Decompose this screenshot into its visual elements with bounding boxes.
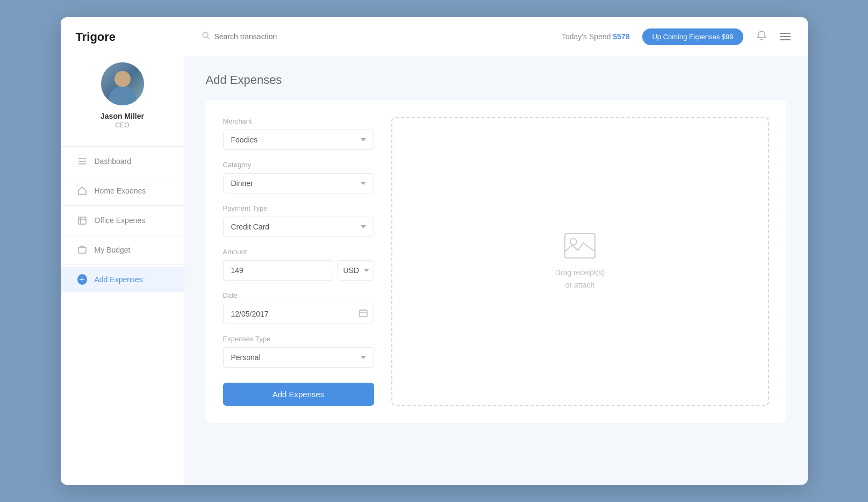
category-select[interactable]: Dinner Lunch Breakfast Travel xyxy=(223,173,374,193)
svg-rect-13 xyxy=(565,233,595,258)
user-title: CEO xyxy=(115,121,129,129)
payment-type-label: Payment Type xyxy=(223,204,374,212)
hamburger-menu-icon[interactable] xyxy=(780,33,791,40)
expenses-type-select[interactable]: Personal Business xyxy=(223,347,374,368)
header-right: Today's Spend $578 Up Coming Expenses $9… xyxy=(562,28,790,45)
svg-line-8 xyxy=(207,37,210,39)
amount-input[interactable] xyxy=(223,260,333,281)
todays-spend-label: Today's Spend $578 xyxy=(562,32,629,41)
search-icon xyxy=(202,31,210,42)
sidebar-item-home-label: Home Expenes xyxy=(95,187,146,195)
todays-spend-amount: $578 xyxy=(613,32,629,41)
expenses-type-group: Expenses Type Personal Business xyxy=(223,335,374,368)
svg-point-7 xyxy=(203,32,208,38)
list-icon xyxy=(77,156,87,166)
amount-row: USD EUR GBP xyxy=(223,260,374,281)
date-label: Date xyxy=(223,291,374,299)
sidebar-item-budget-label: My Budget xyxy=(95,246,131,254)
amount-group: Amount USD EUR GBP xyxy=(223,248,374,281)
sidebar-item-add-label: Add Expenses xyxy=(95,275,143,284)
merchant-group: Merchant Foodies Starbucks Amazon xyxy=(223,117,374,150)
merchant-select[interactable]: Foodies Starbucks Amazon xyxy=(223,130,374,150)
sidebar-nav: Dashboard Home Expenes xyxy=(61,149,184,485)
drop-zone-text: Drag receipt(s) or attach xyxy=(555,267,605,291)
category-group: Category Dinner Lunch Breakfast Travel xyxy=(223,161,374,193)
currency-select[interactable]: USD EUR GBP xyxy=(338,260,374,281)
expenses-type-label: Expenses Type xyxy=(223,335,374,343)
sidebar-item-home-expenses[interactable]: Home Expenes xyxy=(61,178,184,203)
sidebar-item-office-label: Office Expenes xyxy=(95,216,146,225)
bell-icon[interactable] xyxy=(756,30,767,44)
search-input[interactable] xyxy=(214,32,333,41)
image-placeholder-icon xyxy=(564,232,596,259)
category-label: Category xyxy=(223,161,374,169)
payment-type-group: Payment Type Credit Card Cash Debit Card… xyxy=(223,204,374,237)
sidebar-item-dashboard[interactable]: Dashboard xyxy=(61,149,184,174)
sidebar-item-dashboard-label: Dashboard xyxy=(95,157,132,166)
app-logo: Trigore xyxy=(61,30,184,57)
main-area: Today's Spend $578 Up Coming Expenses $9… xyxy=(184,17,808,485)
receipt-drop-zone[interactable]: Drag receipt(s) or attach xyxy=(391,117,769,406)
avatar xyxy=(101,62,144,105)
upcoming-expenses-button[interactable]: Up Coming Expenses $99 xyxy=(642,28,743,45)
home-icon xyxy=(77,186,87,196)
sidebar: Trigore Jason Miller CEO Dashboard xyxy=(61,17,184,485)
content-area: Add Expenses Merchant Foodies Starbucks … xyxy=(184,56,808,485)
form-left: Merchant Foodies Starbucks Amazon Catego… xyxy=(223,117,374,406)
add-expenses-button[interactable]: Add Expenses xyxy=(223,383,374,406)
page-title: Add Expenses xyxy=(206,73,786,87)
payment-type-select[interactable]: Credit Card Cash Debit Card Bank Transfe… xyxy=(223,217,374,237)
user-name: Jason Miller xyxy=(101,112,144,120)
sidebar-item-add-expenses[interactable]: + Add Expenses xyxy=(61,267,184,292)
sidebar-item-office-expenses[interactable]: Office Expenes xyxy=(61,208,184,233)
plus-icon: + xyxy=(77,275,87,284)
add-expenses-form-card: Merchant Foodies Starbucks Amazon Catego… xyxy=(206,100,786,423)
user-profile: Jason Miller CEO xyxy=(61,57,184,144)
amount-label: Amount xyxy=(223,248,374,256)
svg-rect-3 xyxy=(78,217,86,224)
sidebar-item-my-budget[interactable]: My Budget xyxy=(61,238,184,262)
svg-point-14 xyxy=(570,239,577,245)
search-bar xyxy=(202,31,562,42)
date-input[interactable] xyxy=(223,304,374,324)
date-input-wrap xyxy=(223,304,374,324)
svg-rect-6 xyxy=(78,247,86,253)
app-window: Trigore Jason Miller CEO Dashboard xyxy=(61,17,808,485)
header: Today's Spend $578 Up Coming Expenses $9… xyxy=(184,17,808,56)
budget-icon xyxy=(77,245,87,255)
date-group: Date xyxy=(223,291,374,324)
office-icon xyxy=(77,216,87,225)
merchant-label: Merchant xyxy=(223,117,374,125)
